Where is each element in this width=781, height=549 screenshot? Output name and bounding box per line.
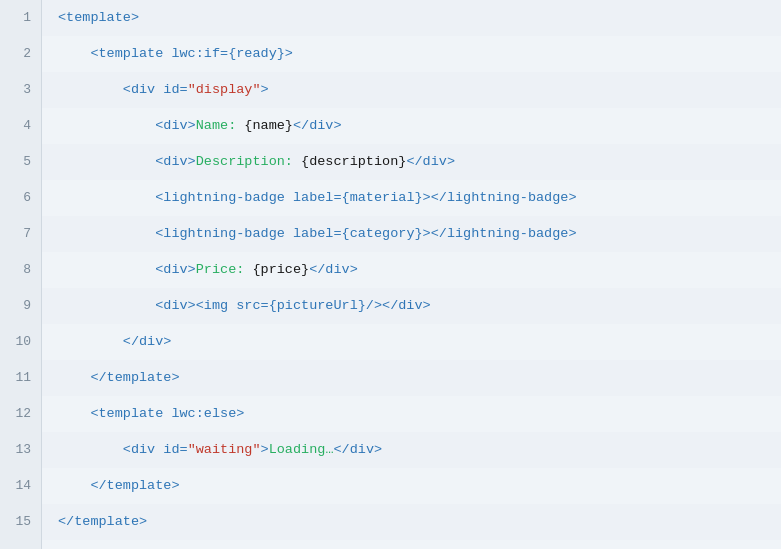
- code-line-11: </template>: [42, 360, 781, 396]
- token: <div>: [58, 262, 196, 277]
- token: <div: [58, 82, 163, 97]
- code-line-7: <lightning-badge label={category}></ligh…: [42, 216, 781, 252]
- token: :: [196, 406, 204, 421]
- token: id: [163, 442, 179, 457]
- token: </div>: [309, 262, 358, 277]
- code-line-12: <template lwc:else>: [42, 396, 781, 432]
- token: <template: [58, 46, 171, 61]
- token: >: [261, 82, 269, 97]
- token: id: [163, 82, 179, 97]
- token: </div>: [333, 442, 382, 457]
- token: =: [180, 82, 188, 97]
- code-line-8: <div>Price: {price}</div>: [42, 252, 781, 288]
- line-num-6: 6: [0, 180, 41, 216]
- token: </div>: [58, 334, 171, 349]
- line-num-14: 14: [0, 468, 41, 504]
- token: <div>: [58, 154, 196, 169]
- line-num-2: 2: [0, 36, 41, 72]
- line-num-4: 4: [0, 108, 41, 144]
- token: <div: [58, 442, 163, 457]
- code-line-2: <template lwc:if={ready}>: [42, 36, 781, 72]
- token: <lightning-badge: [58, 226, 293, 241]
- token: Loading…: [269, 442, 334, 457]
- token: </template>: [58, 370, 180, 385]
- token: Description:: [196, 154, 301, 169]
- token: Name:: [196, 118, 245, 133]
- line-num-1: 1: [0, 0, 41, 36]
- token: label: [293, 226, 334, 241]
- code-editor: 1 2 3 4 5 6 7 8 9 10 11 12 13 14 15 <tem…: [0, 0, 781, 549]
- token: lwc: [171, 406, 195, 421]
- line-num-3: 3: [0, 72, 41, 108]
- token: >: [236, 406, 244, 421]
- code-line-1: <template>: [42, 0, 781, 36]
- token: "waiting": [188, 442, 261, 457]
- token: src: [236, 298, 260, 313]
- token: :: [196, 46, 204, 61]
- token: {price}: [252, 262, 309, 277]
- token: {description}: [301, 154, 406, 169]
- code-content: <template> <template lwc:if={ready}> <di…: [42, 0, 781, 549]
- token: </div>: [406, 154, 455, 169]
- token: <lightning-badge: [58, 190, 293, 205]
- code-line-10: </div>: [42, 324, 781, 360]
- token: ={material}></lightning-badge>: [333, 190, 576, 205]
- code-line-3: <div id="display">: [42, 72, 781, 108]
- token: "display": [188, 82, 261, 97]
- token: </div>: [293, 118, 342, 133]
- line-num-13: 13: [0, 432, 41, 468]
- token: ={pictureUrl}/></div>: [261, 298, 431, 313]
- token: </template>: [58, 514, 147, 529]
- line-num-11: 11: [0, 360, 41, 396]
- line-num-12: 12: [0, 396, 41, 432]
- token: else: [204, 406, 236, 421]
- code-line-13: <div id="waiting">Loading…</div>: [42, 432, 781, 468]
- token: <div>: [58, 118, 196, 133]
- token: >: [261, 442, 269, 457]
- token: Price:: [196, 262, 253, 277]
- code-line-14: </template>: [42, 468, 781, 504]
- line-num-15: 15: [0, 504, 41, 540]
- token: ={category}></lightning-badge>: [333, 226, 576, 241]
- token: if: [204, 46, 220, 61]
- code-line-6: <lightning-badge label={material}></ligh…: [42, 180, 781, 216]
- line-num-8: 8: [0, 252, 41, 288]
- code-line-5: <div>Description: {description}</div>: [42, 144, 781, 180]
- code-line-15: </template>: [42, 504, 781, 540]
- token: =: [180, 442, 188, 457]
- token: lwc: [171, 46, 195, 61]
- code-line-4: <div>Name: {name}</div>: [42, 108, 781, 144]
- token: <div><img: [58, 298, 236, 313]
- line-num-5: 5: [0, 144, 41, 180]
- line-numbers: 1 2 3 4 5 6 7 8 9 10 11 12 13 14 15: [0, 0, 42, 549]
- token: {name}: [244, 118, 293, 133]
- token: <template: [58, 406, 171, 421]
- token: ={ready}>: [220, 46, 293, 61]
- line-num-7: 7: [0, 216, 41, 252]
- token: <template>: [58, 10, 139, 25]
- code-line-9: <div><img src={pictureUrl}/></div>: [42, 288, 781, 324]
- token: label: [293, 190, 334, 205]
- line-num-10: 10: [0, 324, 41, 360]
- line-num-9: 9: [0, 288, 41, 324]
- token: </template>: [58, 478, 180, 493]
